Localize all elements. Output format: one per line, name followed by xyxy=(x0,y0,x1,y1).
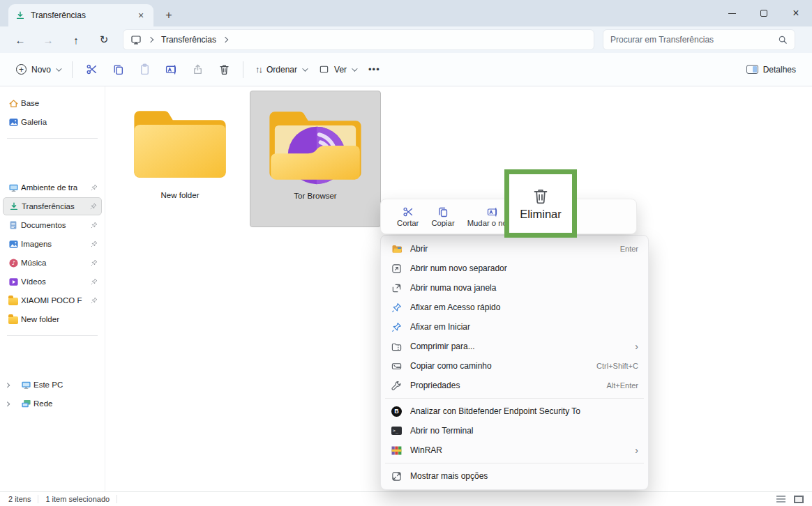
sidebar-item-label: Música xyxy=(21,259,89,267)
chevron-right-icon[interactable] xyxy=(5,383,10,388)
search-input[interactable] xyxy=(610,35,778,45)
sidebar-item-new-folder[interactable]: New folder xyxy=(3,310,102,328)
rename-button[interactable] xyxy=(158,57,184,82)
context-cut-button[interactable]: Cortar xyxy=(391,204,425,229)
sidebar-item-label: Rede xyxy=(33,399,98,408)
see-more-button[interactable]: ••• xyxy=(362,57,386,82)
close-button[interactable]: × xyxy=(780,0,812,26)
view-button[interactable]: Ver xyxy=(313,57,362,82)
menu-item-afixar-acesso-rapido[interactable]: Afixar em Acesso rápido xyxy=(384,298,645,317)
zip-folder-icon xyxy=(391,342,403,352)
rename-icon xyxy=(165,63,177,75)
sidebar-item-imagens[interactable]: Imagens xyxy=(3,235,102,253)
sort-button-label: Ordenar xyxy=(266,65,297,75)
sidebar-item-este-pc[interactable]: Este PC xyxy=(15,376,102,394)
sidebar-item-xiaomi-poco[interactable]: XIAOMI POCO F xyxy=(3,291,102,309)
folder-icon xyxy=(8,295,19,306)
menu-item-abrir[interactable]: Abrir Enter xyxy=(384,239,645,259)
share-button[interactable] xyxy=(184,57,211,82)
pin-icon xyxy=(91,222,98,229)
breadcrumb-segment[interactable]: Transferências xyxy=(161,35,216,45)
breadcrumb-chevron-icon[interactable] xyxy=(223,37,228,43)
pin-icon xyxy=(90,203,97,210)
context-delete-label: Eliminar xyxy=(520,208,562,221)
sort-button[interactable]: ↑↓ Ordenar xyxy=(249,57,313,82)
context-copy-label: Copiar xyxy=(431,219,454,227)
chevron-right-icon[interactable] xyxy=(5,401,10,406)
sidebar-item-label: Ambiente de tra xyxy=(21,183,89,192)
pin-icon xyxy=(91,240,98,247)
sidebar-item-desktop[interactable]: Ambiente de tra xyxy=(3,178,102,197)
sidebar-item-musica[interactable]: ♪ Música xyxy=(3,254,102,272)
sidebar-item-transferencias[interactable]: Transferências xyxy=(3,197,102,215)
menu-item-bitdefender[interactable]: B Analizar con Bitdefender Endpoint Secu… xyxy=(384,401,645,421)
pin-icon xyxy=(391,302,403,313)
file-tile-tor-browser[interactable]: Tor Browser xyxy=(250,91,381,227)
bitdefender-icon: B xyxy=(391,406,403,417)
up-button[interactable]: ↑ xyxy=(64,29,88,50)
navigation-pane: Base Galeria Ambiente de tra Transferênc… xyxy=(0,86,105,491)
delete-button[interactable] xyxy=(211,57,237,82)
open-new-window-icon xyxy=(391,283,403,293)
explorer-tab[interactable]: Transferências × xyxy=(8,4,153,26)
cut-icon xyxy=(86,63,98,75)
close-icon: × xyxy=(792,7,799,20)
desktop-icon xyxy=(130,34,142,45)
refresh-button[interactable]: ↻ xyxy=(92,29,116,50)
file-tile-new-folder[interactable]: New folder xyxy=(114,91,246,227)
address-bar[interactable]: Transferências xyxy=(123,29,594,50)
cut-icon xyxy=(403,206,414,217)
sidebar-item-galeria[interactable]: Galeria xyxy=(3,113,102,131)
sort-icon: ↑↓ xyxy=(255,64,262,75)
copy-button[interactable] xyxy=(105,57,131,82)
menu-item-abrir-nova-janela[interactable]: Abrir numa nova janela xyxy=(384,278,645,298)
paste-button[interactable] xyxy=(131,57,158,82)
menu-item-comprimir-para[interactable]: Comprimir para... › xyxy=(384,337,645,356)
menu-item-abrir-novo-separador[interactable]: Abrir num novo separador xyxy=(384,259,645,278)
chevron-down-icon xyxy=(352,66,357,71)
sidebar-item-videos[interactable]: Vídeos xyxy=(3,273,102,291)
sidebar-item-rede[interactable]: Rede xyxy=(15,394,102,413)
thumbnail-view-icon[interactable] xyxy=(794,496,804,503)
tor-browser-folder-icon xyxy=(263,102,368,187)
documents-icon xyxy=(8,220,19,231)
menu-item-winrar[interactable]: WinRAR › xyxy=(384,440,645,460)
annotation-box-eliminar[interactable]: Eliminar xyxy=(504,169,577,238)
tab-close-icon[interactable]: × xyxy=(134,8,148,22)
details-button[interactable]: Detalhes xyxy=(740,57,802,82)
maximize-button[interactable] xyxy=(748,0,780,26)
sidebar-item-documentos[interactable]: Documentos xyxy=(3,216,102,234)
breadcrumb-chevron-icon xyxy=(148,37,153,43)
terminal-icon: >_ xyxy=(391,427,403,435)
pin-icon xyxy=(91,184,98,191)
sidebar-item-label: Galeria xyxy=(21,118,98,126)
svg-text:♪: ♪ xyxy=(11,260,15,266)
back-button[interactable]: ← xyxy=(8,29,32,50)
minimize-icon xyxy=(728,13,736,14)
folder-open-icon xyxy=(391,243,403,254)
forward-button[interactable]: → xyxy=(36,29,60,50)
menu-item-copiar-como-caminho[interactable]: Copiar como caminho Ctrl+Shift+C xyxy=(384,356,645,376)
sidebar-item-label: XIAOMI POCO F xyxy=(21,296,89,305)
command-toolbar: + Novo ↑↓ Ordenar Ver ••• Detalhes xyxy=(0,53,812,86)
menu-item-abrir-terminal[interactable]: >_ Abrir no Terminal xyxy=(384,421,645,440)
minimize-button[interactable] xyxy=(716,0,748,26)
menu-item-mostrar-mais-opcoes[interactable]: Mostrar mais opções xyxy=(384,466,645,486)
view-button-label: Ver xyxy=(334,65,347,75)
cut-button[interactable] xyxy=(78,57,105,82)
sidebar-item-base[interactable]: Base xyxy=(3,94,102,112)
search-box[interactable] xyxy=(603,29,795,50)
sidebar-item-label: New folder xyxy=(21,315,98,323)
file-name: Tor Browser xyxy=(294,192,336,200)
maximize-icon xyxy=(760,10,767,17)
details-view-icon[interactable] xyxy=(776,496,785,503)
folder-icon xyxy=(128,102,232,187)
new-tab-button[interactable]: + xyxy=(159,6,179,25)
new-button[interactable]: + Novo xyxy=(10,57,66,82)
menu-item-propriedades[interactable]: Propriedades Alt+Enter xyxy=(384,376,645,395)
details-pane-icon xyxy=(746,65,758,74)
context-copy-button[interactable]: Copiar xyxy=(425,204,460,229)
delete-icon xyxy=(218,63,230,75)
copy-icon xyxy=(437,206,449,217)
menu-item-afixar-iniciar[interactable]: Afixar em Iniciar xyxy=(384,317,645,337)
